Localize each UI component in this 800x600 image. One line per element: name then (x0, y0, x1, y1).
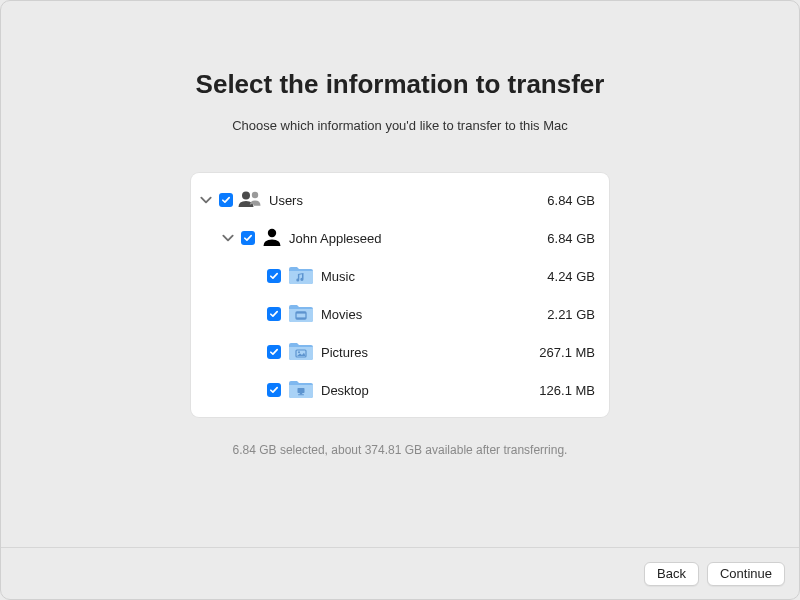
tree-row-folder-desktop[interactable]: Desktop 126.1 MB (197, 371, 595, 409)
migration-assistant-window: Select the information to transfer Choos… (0, 0, 800, 600)
tree-row-folder-movies[interactable]: Movies 2.21 GB (197, 295, 595, 333)
user-silhouette-icon (261, 227, 283, 250)
svg-point-2 (268, 228, 276, 236)
folder-pictures-icon (287, 339, 315, 366)
tree-label: Movies (321, 307, 362, 322)
folder-desktop-icon (287, 377, 315, 404)
tree-row-users[interactable]: Users 6.84 GB (197, 181, 595, 219)
chevron-down-icon[interactable] (199, 193, 213, 207)
back-button[interactable]: Back (644, 562, 699, 586)
users-group-icon (237, 189, 263, 212)
tree-size: 6.84 GB (547, 193, 595, 208)
folder-music-icon (287, 263, 315, 290)
checkbox-music[interactable] (267, 269, 281, 283)
tree-label: Users (269, 193, 303, 208)
page-subtitle: Choose which information you'd like to t… (1, 118, 799, 133)
tree-size: 4.24 GB (547, 269, 595, 284)
tree-size: 267.1 MB (539, 345, 595, 360)
svg-rect-4 (296, 312, 306, 314)
svg-point-7 (298, 351, 300, 353)
page-title: Select the information to transfer (1, 69, 799, 100)
transfer-tree-panel: Users 6.84 GB John Appleseed 6.84 GB (191, 173, 609, 417)
checkbox-user[interactable] (241, 231, 255, 245)
svg-point-0 (242, 191, 250, 199)
status-text: 6.84 GB selected, about 374.81 GB availa… (1, 443, 799, 457)
checkbox-users[interactable] (219, 193, 233, 207)
svg-rect-5 (296, 317, 306, 319)
checkbox-desktop[interactable] (267, 383, 281, 397)
footer-bar: Back Continue (1, 547, 799, 599)
checkbox-pictures[interactable] (267, 345, 281, 359)
tree-size: 2.21 GB (547, 307, 595, 322)
tree-label: Music (321, 269, 355, 284)
tree-size: 6.84 GB (547, 231, 595, 246)
folder-movies-icon (287, 301, 315, 328)
tree-row-folder-music[interactable]: Music 4.24 GB (197, 257, 595, 295)
tree-size: 126.1 MB (539, 383, 595, 398)
svg-rect-10 (298, 394, 304, 395)
continue-button[interactable]: Continue (707, 562, 785, 586)
checkbox-movies[interactable] (267, 307, 281, 321)
svg-rect-8 (298, 388, 305, 393)
tree-row-folder-pictures[interactable]: Pictures 267.1 MB (197, 333, 595, 371)
svg-rect-9 (300, 393, 303, 394)
tree-label: John Appleseed (289, 231, 382, 246)
tree-row-user[interactable]: John Appleseed 6.84 GB (197, 219, 595, 257)
tree-label: Desktop (321, 383, 369, 398)
chevron-down-icon[interactable] (221, 231, 235, 245)
svg-point-1 (252, 191, 258, 197)
tree-label: Pictures (321, 345, 368, 360)
